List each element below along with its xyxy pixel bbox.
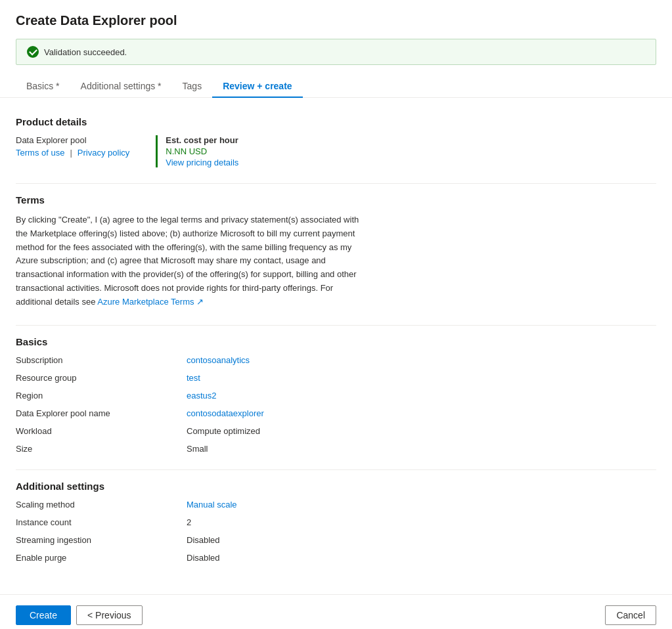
product-details-box: Data Explorer pool Terms of use | Privac… <box>16 135 656 167</box>
view-pricing-link[interactable]: View pricing details <box>166 158 238 167</box>
cost-label: Est. cost per hour <box>166 135 238 145</box>
tab-basics[interactable]: Basics * <box>16 76 70 98</box>
instance-count-label: Instance count <box>16 517 187 527</box>
product-cost-box: Est. cost per hour N.NN USD View pricing… <box>156 135 238 167</box>
cancel-button[interactable]: Cancel <box>605 605 656 625</box>
footer-left-actions: Create < Previous <box>16 605 143 625</box>
basics-pool-name-label: Data Explorer pool name <box>16 408 187 418</box>
create-button[interactable]: Create <box>16 605 71 625</box>
scaling-method-value: Manual scale <box>187 500 656 510</box>
streaming-ingestion-value: Disabled <box>187 535 656 545</box>
terms-text: By clicking "Create", I (a) agree to the… <box>16 213 370 309</box>
basics-region-label: Region <box>16 391 187 401</box>
product-name-label: Data Explorer pool <box>16 135 129 145</box>
product-left: Data Explorer pool Terms of use | Privac… <box>16 135 129 167</box>
basics-rg-value: test <box>187 373 656 383</box>
azure-marketplace-link[interactable]: Azure Marketplace Terms ↗ <box>97 297 204 307</box>
enable-purge-value: Disabled <box>187 553 656 563</box>
product-details-section: Product details Data Explorer pool Terms… <box>16 116 656 167</box>
basics-size-value: Small <box>187 444 656 454</box>
basics-subscription-value: contosoanalytics <box>187 355 656 365</box>
product-details-title: Product details <box>16 116 656 127</box>
basics-section: Basics Subscription contosoanalytics Res… <box>16 336 656 454</box>
basics-grid: Subscription contosoanalytics Resource g… <box>16 355 656 454</box>
additional-settings-section: Additional settings Scaling method Manua… <box>16 481 656 563</box>
product-links: Terms of use | Privacy policy <box>16 148 129 158</box>
previous-button[interactable]: < Previous <box>76 605 143 625</box>
validation-banner: Validation succeeded. <box>16 39 656 65</box>
terms-section: Terms By clicking "Create", I (a) agree … <box>16 194 656 309</box>
terms-text-part1: By clicking "Create", I (a) agree to the… <box>16 215 359 307</box>
enable-purge-label: Enable purge <box>16 553 187 563</box>
streaming-ingestion-label: Streaming ingestion <box>16 535 187 545</box>
additional-settings-title: Additional settings <box>16 481 656 492</box>
basics-rg-label: Resource group <box>16 373 187 383</box>
link-separator: | <box>70 148 72 158</box>
tab-additional-settings[interactable]: Additional settings * <box>70 76 172 98</box>
instance-count-value: 2 <box>187 517 656 527</box>
basics-workload-label: Workload <box>16 426 187 436</box>
footer: Create < Previous Cancel <box>0 594 672 629</box>
tab-tags[interactable]: Tags <box>172 76 213 98</box>
divider-3 <box>16 469 656 470</box>
scaling-method-label: Scaling method <box>16 500 187 510</box>
validation-message: Validation succeeded. <box>44 47 127 57</box>
validation-check-icon <box>27 46 39 58</box>
additional-settings-grid: Scaling method Manual scale Instance cou… <box>16 500 656 563</box>
divider-2 <box>16 325 656 326</box>
basics-region-value: eastus2 <box>187 391 656 401</box>
tab-review-create[interactable]: Review + create <box>212 76 302 98</box>
main-content: Product details Data Explorer pool Terms… <box>0 98 672 594</box>
basics-title: Basics <box>16 336 656 347</box>
cost-value: N.NN USD <box>166 146 238 156</box>
basics-workload-value: Compute optimized <box>187 426 656 436</box>
tab-bar: Basics * Additional settings * Tags Revi… <box>0 76 672 98</box>
privacy-policy-link[interactable]: Privacy policy <box>78 148 129 158</box>
page-title: Create Data Explorer pool <box>0 0 672 28</box>
terms-of-use-link[interactable]: Terms of use <box>16 148 64 158</box>
basics-pool-name-value: contosodataexplorer <box>187 408 656 418</box>
terms-title: Terms <box>16 194 656 206</box>
basics-size-label: Size <box>16 444 187 454</box>
divider-1 <box>16 183 656 184</box>
basics-subscription-label: Subscription <box>16 355 187 365</box>
